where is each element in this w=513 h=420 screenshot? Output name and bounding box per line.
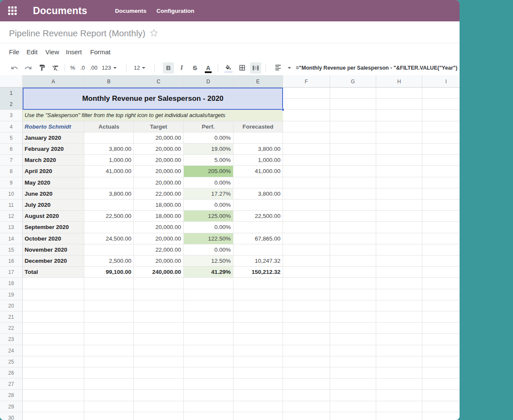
cell-I12[interactable] (422, 211, 460, 222)
row-header-10[interactable]: 10 (0, 188, 23, 200)
apps-menu-icon[interactable] (8, 6, 17, 15)
cell-D16[interactable]: 12.50% (184, 256, 233, 267)
cell-G20[interactable] (330, 300, 376, 311)
cell-H20[interactable] (376, 300, 422, 311)
cell-F14[interactable] (283, 233, 330, 244)
cell-A28[interactable] (23, 390, 84, 401)
cell-C14[interactable]: 20,000.00 (134, 233, 183, 244)
cell-D6[interactable]: 19.00% (184, 144, 233, 155)
cell-E20[interactable] (233, 300, 283, 311)
cell-E21[interactable] (233, 311, 283, 323)
cell-E18[interactable] (233, 278, 283, 289)
cell-E8[interactable]: 41,000.00 (233, 166, 283, 177)
cell-C30[interactable] (134, 412, 183, 420)
cell-F20[interactable] (283, 300, 330, 311)
cell-D28[interactable] (184, 390, 233, 401)
cell-E27[interactable] (233, 379, 283, 390)
borders-button[interactable] (236, 62, 248, 73)
cell-G6[interactable] (330, 144, 376, 155)
cell-E12[interactable]: 22,500.00 (233, 211, 283, 222)
menu-view[interactable]: View (45, 43, 59, 60)
cell-E17[interactable]: 150,212.32 (233, 267, 283, 278)
cell-A11[interactable]: July 2020 (23, 200, 84, 211)
column-header-G[interactable]: G (330, 75, 376, 88)
cell-B5[interactable] (84, 132, 134, 144)
cell-I17[interactable] (422, 267, 460, 278)
cell-I8[interactable] (422, 166, 460, 177)
cell-F15[interactable] (283, 244, 330, 256)
cell-H9[interactable] (376, 177, 422, 188)
cell-G7[interactable] (330, 155, 376, 166)
cell-G2[interactable] (330, 99, 376, 110)
cell-C16[interactable]: 20,000.00 (134, 256, 183, 267)
cell-A29[interactable] (23, 401, 84, 412)
cell-D9[interactable]: 0.00% (184, 177, 233, 188)
cell-I9[interactable] (422, 177, 460, 188)
cell-G13[interactable] (330, 222, 376, 233)
row-header-30[interactable]: 30 (0, 412, 23, 420)
cell-C25[interactable] (134, 356, 183, 367)
horizontal-align-button[interactable] (272, 62, 283, 73)
cell-B10[interactable]: 3,800.00 (84, 188, 134, 200)
cell-C10[interactable]: 22,000.00 (134, 188, 183, 200)
cell-I14[interactable] (422, 233, 460, 244)
clear-format-button[interactable] (50, 62, 61, 73)
cell-H22[interactable] (376, 323, 422, 334)
cell-A5[interactable]: January 2020 (23, 132, 84, 144)
menu-format[interactable]: Format (90, 43, 111, 60)
cell-F24[interactable] (283, 345, 330, 356)
number-format-button[interactable]: 123 (102, 60, 117, 75)
cell-G21[interactable] (330, 311, 376, 323)
nav-documents[interactable]: Documents (115, 0, 147, 21)
cell-H26[interactable] (376, 367, 422, 379)
cell-I16[interactable] (422, 256, 460, 267)
cell-I2[interactable] (422, 99, 460, 110)
cell-B7[interactable]: 1,000.00 (84, 155, 134, 166)
text-color-button[interactable]: A (203, 62, 214, 73)
cell-B20[interactable] (84, 300, 134, 311)
cell-C26[interactable] (134, 367, 183, 379)
cell-G17[interactable] (330, 267, 376, 278)
row-header-9[interactable]: 9 (0, 177, 23, 188)
cell-C12[interactable]: 18,000.00 (134, 211, 183, 222)
cell-D21[interactable] (184, 311, 233, 323)
cell-I15[interactable] (422, 244, 460, 256)
cell-I27[interactable] (422, 379, 460, 390)
cell-C9[interactable]: 20,000.00 (134, 177, 183, 188)
cell-F22[interactable] (283, 323, 330, 334)
row-header-7[interactable]: 7 (0, 155, 23, 166)
row-header-18[interactable]: 18 (0, 278, 23, 289)
cell-A18[interactable] (23, 278, 84, 289)
cell-C19[interactable] (134, 289, 183, 300)
cell-E5[interactable] (233, 132, 283, 144)
row-header-27[interactable]: 27 (0, 379, 23, 390)
cell-D25[interactable] (184, 356, 233, 367)
column-header-A[interactable]: A (23, 75, 84, 88)
cell-H17[interactable] (376, 267, 422, 278)
cell-G1[interactable] (330, 88, 376, 99)
cell-D12[interactable]: 125.00% (184, 211, 233, 222)
cell-D17[interactable]: 41.29% (184, 267, 233, 278)
cell-D7[interactable]: 5.00% (184, 155, 233, 166)
cell-C11[interactable]: 18,000.00 (134, 200, 183, 211)
cell-G28[interactable] (330, 390, 376, 401)
cell-H16[interactable] (376, 256, 422, 267)
paint-format-button[interactable] (36, 62, 47, 73)
cell-B4[interactable]: Actuals (84, 121, 134, 132)
cell-A7[interactable]: March 2020 (23, 155, 84, 166)
row-header-11[interactable]: 11 (0, 200, 23, 211)
cell-I22[interactable] (422, 323, 460, 334)
cell-E16[interactable]: 10,247.32 (233, 256, 283, 267)
cell-F11[interactable] (283, 200, 330, 211)
cell-H29[interactable] (376, 401, 422, 412)
cell-C13[interactable]: 20,000.00 (134, 222, 183, 233)
row-header-16[interactable]: 16 (0, 256, 23, 267)
cell-F25[interactable] (283, 356, 330, 367)
cell-H18[interactable] (376, 278, 422, 289)
cell-G3[interactable] (330, 110, 376, 121)
cell-I18[interactable] (422, 278, 460, 289)
menu-insert[interactable]: Insert (66, 43, 82, 60)
cell-I26[interactable] (422, 367, 460, 379)
cell-F10[interactable] (283, 188, 330, 200)
cell-C15[interactable]: 22,000.00 (134, 244, 183, 256)
